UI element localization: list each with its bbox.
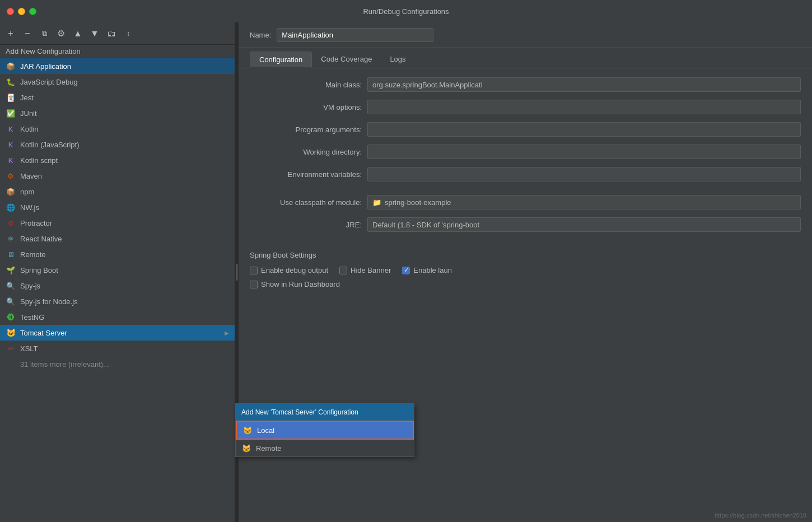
add-config-button[interactable]: + bbox=[3, 26, 18, 41]
close-button[interactable] bbox=[7, 8, 14, 15]
list-item[interactable]: K Kotlin script bbox=[0, 152, 235, 168]
working-dir-row: Working directory: bbox=[250, 145, 801, 159]
list-item[interactable]: 🔍 Spy-js bbox=[0, 278, 235, 293]
classpath-label: Use classpath of module: bbox=[250, 198, 362, 207]
list-item[interactable]: 🌐 NW.js bbox=[0, 199, 235, 215]
left-panel: + − ⧉ ⚙ ▲ ▼ 🗂 ↕ Add New Configuration 📦 … bbox=[0, 22, 235, 522]
list-item[interactable]: 🌱 Spring Boot bbox=[0, 262, 235, 278]
list-item[interactable]: K Kotlin bbox=[0, 121, 235, 137]
testng-icon: 🅝 bbox=[6, 312, 16, 322]
list-item[interactable]: 🖥 Remote bbox=[0, 246, 235, 262]
submenu-local-item[interactable]: 🐱 Local bbox=[237, 422, 413, 439]
name-input[interactable] bbox=[277, 28, 433, 42]
submenu-local-icon: 🐱 bbox=[242, 425, 253, 435]
sort-button[interactable]: ↕ bbox=[121, 26, 136, 41]
list-item[interactable]: 📦 npm bbox=[0, 184, 235, 199]
show-run-dashboard-checkbox[interactable] bbox=[250, 281, 258, 288]
settings-row-1: Enable debug output Hide Banner ✓ Enable… bbox=[250, 266, 801, 274]
submenu-remote-item[interactable]: 🐱 Remote bbox=[236, 440, 414, 456]
list-item[interactable]: 🔍 Spy-js for Node.js bbox=[0, 293, 235, 309]
working-dir-input[interactable] bbox=[367, 145, 801, 159]
tab-configuration[interactable]: Configuration bbox=[250, 52, 312, 68]
window-title: Run/Debug Configurations bbox=[363, 7, 449, 16]
xslt-icon: ✂ bbox=[6, 343, 16, 353]
item-label: Spy-js bbox=[20, 282, 229, 290]
enable-debug-checkbox[interactable] bbox=[250, 267, 258, 274]
list-item[interactable]: 🐛 JavaScript Debug bbox=[0, 74, 235, 90]
item-label: Jest bbox=[20, 94, 229, 102]
submenu-arrow: ▶ bbox=[225, 330, 229, 336]
env-vars-input[interactable] bbox=[367, 167, 801, 181]
tomcat-icon: 🐱 bbox=[6, 328, 16, 338]
enable-launch-label: Enable laun bbox=[413, 266, 452, 274]
list-item[interactable]: 📦 JAR Application bbox=[0, 58, 235, 74]
vm-options-input[interactable] bbox=[367, 100, 801, 114]
toolbar: + − ⧉ ⚙ ▲ ▼ 🗂 ↕ bbox=[0, 22, 235, 45]
list-item[interactable]: ✅ JUnit bbox=[0, 105, 235, 121]
title-bar: Run/Debug Configurations bbox=[0, 0, 812, 22]
more-items[interactable]: 31 items more (irrelevant)... bbox=[0, 356, 235, 372]
spyjs-node-icon: 🔍 bbox=[6, 296, 16, 306]
enable-launch-checkbox-item: ✓ Enable laun bbox=[402, 266, 452, 274]
kotlin-js-icon: K bbox=[6, 139, 16, 150]
hide-banner-checkbox-item: Hide Banner bbox=[339, 266, 391, 274]
protractor-icon: ⊘ bbox=[6, 218, 16, 228]
name-label: Name: bbox=[250, 31, 271, 39]
item-label: Spring Boot bbox=[20, 266, 229, 274]
env-vars-label: Environment variables: bbox=[250, 170, 362, 179]
list-item[interactable]: 🃏 Jest bbox=[0, 90, 235, 105]
item-label: JUnit bbox=[20, 109, 229, 118]
junit-icon: ✅ bbox=[6, 108, 16, 118]
list-item[interactable]: 🅝 TestNG bbox=[0, 309, 235, 325]
kotlin-icon: K bbox=[6, 124, 16, 134]
vm-options-row: VM options: bbox=[250, 100, 801, 114]
list-item[interactable]: K Kotlin (JavaScript) bbox=[0, 137, 235, 152]
react-native-icon: ⚛ bbox=[6, 234, 16, 244]
submenu-header: Add New 'Tomcat Server' Configuration bbox=[236, 404, 414, 421]
settings-row-2: Show in Run Dashboard bbox=[250, 280, 801, 288]
move-down-button[interactable]: ▼ bbox=[87, 26, 102, 41]
item-label: Remote bbox=[20, 250, 229, 259]
classpath-dropdown[interactable]: 📁 spring-boot-example bbox=[367, 195, 801, 209]
maven-icon: ⚙ bbox=[6, 171, 16, 181]
item-label: TestNG bbox=[20, 313, 229, 321]
list-item[interactable]: ⚛ React Native bbox=[0, 231, 235, 246]
tomcat-server-item[interactable]: 🐱 Tomcat Server ▶ bbox=[0, 325, 235, 341]
config-list: 📦 JAR Application 🐛 JavaScript Debug 🃏 J… bbox=[0, 58, 235, 522]
tab-logs[interactable]: Logs bbox=[381, 52, 414, 68]
item-label: Kotlin (JavaScript) bbox=[20, 141, 229, 149]
list-item[interactable]: ✂ XSLT bbox=[0, 341, 235, 356]
item-label: Kotlin bbox=[20, 125, 229, 133]
program-args-row: Program arguments: bbox=[250, 122, 801, 137]
minimize-button[interactable] bbox=[18, 8, 25, 15]
tomcat-submenu: Add New 'Tomcat Server' Configuration 🐱 … bbox=[235, 403, 414, 457]
vm-options-label: VM options: bbox=[250, 103, 362, 111]
kotlin-script-icon: K bbox=[6, 155, 16, 165]
program-args-input[interactable] bbox=[367, 122, 801, 137]
tab-code-coverage[interactable]: Code Coverage bbox=[312, 52, 381, 68]
enable-debug-label: Enable debug output bbox=[261, 266, 328, 274]
item-label: Maven bbox=[20, 172, 229, 180]
list-item[interactable]: ⊘ Protractor bbox=[0, 215, 235, 231]
jre-value: Default (1.8 - SDK of 'spring-boot bbox=[372, 221, 479, 229]
item-label: React Native bbox=[20, 235, 229, 243]
url-watermark: https://blog.csdn.net/shichen2010 bbox=[715, 512, 806, 519]
folder-button[interactable]: 🗂 bbox=[104, 26, 119, 41]
jre-label: JRE: bbox=[250, 221, 362, 229]
enable-launch-checkbox[interactable]: ✓ bbox=[402, 267, 410, 274]
list-item[interactable]: ⚙ Maven bbox=[0, 168, 235, 184]
main-class-row: Main class: bbox=[250, 77, 801, 92]
item-label: NW.js bbox=[20, 203, 229, 212]
copy-config-button[interactable]: ⧉ bbox=[37, 26, 52, 41]
maximize-button[interactable] bbox=[29, 8, 36, 15]
remove-config-button[interactable]: − bbox=[20, 26, 35, 41]
nwjs-icon: 🌐 bbox=[6, 202, 16, 212]
item-label: Kotlin script bbox=[20, 156, 229, 165]
hide-banner-checkbox[interactable] bbox=[339, 267, 347, 274]
jre-dropdown[interactable]: Default (1.8 - SDK of 'spring-boot bbox=[367, 217, 801, 232]
item-label: 31 items more (irrelevant)... bbox=[20, 360, 229, 369]
gear-button[interactable]: ⚙ bbox=[54, 26, 68, 41]
main-class-input[interactable] bbox=[367, 77, 801, 92]
move-up-button[interactable]: ▲ bbox=[71, 26, 85, 41]
item-label: Spy-js for Node.js bbox=[20, 297, 229, 306]
